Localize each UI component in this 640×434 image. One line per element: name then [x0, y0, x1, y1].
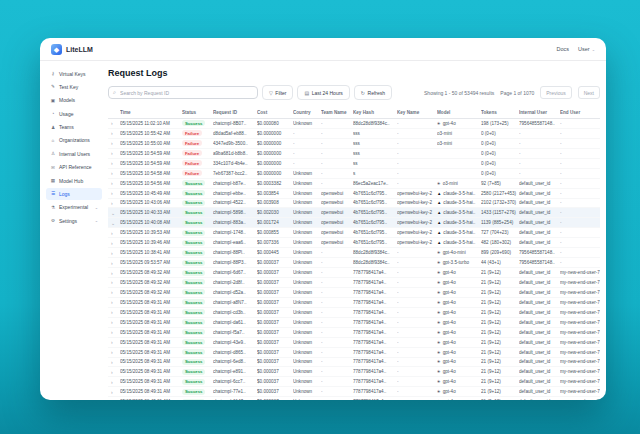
table-row[interactable]: ›05/15/2025 10:54:59 AMFailurea9ba681d-b… [108, 149, 600, 159]
next-page-button[interactable]: Next [578, 86, 600, 99]
table-row[interactable]: ›05/15/2025 10:43:06 AMSuccesschatcmpl-4… [108, 199, 600, 209]
table-row[interactable]: ⌄05/15/2025 10:40:08 AMSuccesschatcmpl-8… [108, 218, 600, 228]
status-cell: Failure [182, 160, 213, 166]
status-badge: Success [182, 200, 205, 206]
sidebar-item-label: API Reference [59, 164, 92, 170]
sidebar-item-test-key[interactable]: ✎Test Key [46, 81, 102, 92]
sidebar-item-logs[interactable]: ☰Logs [46, 188, 102, 199]
country-cell: Unknown [293, 260, 321, 265]
table-row[interactable]: ›05/15/2025 08:49:31 AMSuccesschatcmpl-a… [108, 298, 600, 308]
chevron-right-icon[interactable]: › [108, 250, 120, 256]
chevron-right-icon[interactable]: › [108, 200, 120, 206]
chevron-right-icon[interactable]: › [108, 270, 120, 276]
request-id-cell: chatcmpl-cd3b.. [213, 310, 257, 315]
user-menu[interactable]: User ⌄ [578, 46, 595, 52]
table-row[interactable]: ›05/15/2025 09:53:57 AMSuccesschatcmpl-8… [108, 258, 600, 268]
sidebar-item-virtual-keys[interactable]: ⚷Virtual Keys [46, 68, 102, 79]
table-row[interactable]: ⌄05/15/2025 10:40:33 AMSuccesschatcmpl-5… [108, 208, 600, 218]
sidebar-item-model-hub[interactable]: ▦Model Hub [46, 175, 102, 186]
chevron-right-icon[interactable]: › [108, 289, 120, 295]
refresh-button[interactable]: ↻ Refresh [354, 85, 392, 100]
brand[interactable]: ◆ LiteLLM [51, 44, 93, 55]
chevron-right-icon[interactable]: › [108, 230, 120, 236]
team-name-cell: openwebui [321, 230, 353, 235]
sidebar-item-models[interactable]: ▣Models [46, 95, 102, 106]
cost-cell: $0.0003382 [257, 181, 293, 186]
docs-link[interactable]: Docs [556, 46, 569, 52]
cost-cell: $0.000037 [257, 330, 293, 335]
table-row[interactable]: ›05/15/2025 08:49:31 AMSuccesschatcmpl-c… [108, 308, 600, 318]
sidebar-item-api-reference[interactable]: ✉API Reference [46, 162, 102, 173]
table-row[interactable]: ›05/15/2025 08:49:31 AMSuccesschatcmpl-7… [108, 387, 600, 397]
table-row[interactable]: ›05/15/2025 10:45:49 AMSuccesschatcmpl-e… [108, 189, 600, 199]
table-row[interactable]: ›05/15/2025 08:49:32 AMSuccesschatcmpl-2… [108, 278, 600, 288]
search-input[interactable] [118, 89, 253, 97]
table-row[interactable]: ›05/15/2025 08:49:31 AMSuccesschatcmpl-6… [108, 397, 600, 400]
sidebar-item-experimental[interactable]: ⚗Experimental⌄ [46, 202, 102, 213]
table-row[interactable]: ›05/15/2025 08:49:31 AMSuccesschatcmpl-f… [108, 328, 600, 338]
table-row[interactable]: ›05/15/2025 10:39:46 AMSuccesschatcmpl-e… [108, 238, 600, 248]
chevron-right-icon[interactable]: › [108, 140, 120, 146]
internal-user-cell: default_user_id [519, 350, 560, 355]
request-id-cell: chatcmpl-d52a.. [213, 290, 257, 295]
sidebar-item-usage[interactable]: ◔Usage [46, 108, 102, 119]
usage-chart-icon: ◔ [50, 111, 56, 116]
table-row[interactable]: ›05/15/2025 10:54:59 AMFailure334c107d-4… [108, 159, 600, 169]
chevron-right-icon[interactable]: › [108, 130, 120, 136]
table-row[interactable]: ›05/15/2025 08:49:31 AMSuccesschatcmpl-d… [108, 348, 600, 358]
chevron-right-icon[interactable]: › [108, 150, 120, 156]
time-range-button[interactable]: ▤ Last 24 Hours [297, 85, 349, 100]
table-row[interactable]: ›05/15/2025 10:54:58 AMFailure7eb67387-b… [108, 169, 600, 179]
sidebar-item-settings[interactable]: ⚙Settings⌄ [46, 215, 102, 226]
chevron-right-icon[interactable]: › [108, 329, 120, 335]
key-hash-cell: sss [353, 141, 397, 146]
status-badge: Success [182, 289, 205, 295]
previous-page-button[interactable]: Previous [540, 86, 571, 99]
chevron-right-icon[interactable]: › [108, 240, 120, 246]
chevron-right-icon[interactable]: › [108, 339, 120, 345]
chevron-right-icon[interactable]: › [108, 190, 120, 196]
chevron-right-icon[interactable]: › [108, 359, 120, 365]
openai-logo-icon: ✳ [437, 359, 441, 364]
table-row[interactable]: ›05/15/2025 10:39:53 AMSuccesschatcmpl-1… [108, 228, 600, 238]
sidebar-item-organizations[interactable]: ⌂Organizations [46, 135, 102, 146]
filter-button[interactable]: ▽ Filter [262, 85, 293, 100]
table-row[interactable]: ›05/15/2025 10:55:00 AMFailure4347ed9b-3… [108, 139, 600, 149]
internal-user-cell: - [519, 141, 560, 146]
chevron-right-icon[interactable]: › [108, 299, 120, 305]
chevron-right-icon[interactable]: › [108, 160, 120, 166]
end-user-cell: my-new-end-user-7 [560, 310, 600, 315]
table-row[interactable]: ›05/15/2025 08:49:31 AMSuccesschatcmpl-6… [108, 377, 600, 387]
table-row[interactable]: ›05/15/2025 08:49:31 AMSuccesschatcmpl-4… [108, 338, 600, 348]
table-row[interactable]: ›05/15/2025 08:49:32 AMSuccesschatcmpl-6… [108, 268, 600, 278]
table-row[interactable]: ›05/15/2025 08:49:31 AMSuccesschatcmpl-e… [108, 367, 600, 377]
chevron-right-icon[interactable]: › [108, 369, 120, 375]
key-name-cell: - [397, 399, 437, 400]
chevron-right-icon[interactable]: › [108, 279, 120, 285]
chevron-right-icon[interactable]: › [108, 389, 120, 395]
sidebar-item-teams[interactable]: ♟Teams [46, 122, 102, 133]
table-row[interactable]: ›05/15/2025 08:49:31 AMSuccesschatcmpl-d… [108, 318, 600, 328]
chevron-right-icon[interactable]: › [108, 379, 120, 385]
table-row[interactable]: ›05/15/2025 08:49:32 AMSuccesschatcmpl-d… [108, 288, 600, 298]
chevron-right-icon[interactable]: › [108, 120, 120, 126]
chevron-right-icon[interactable]: › [108, 319, 120, 325]
table-row[interactable]: ›05/15/2025 11:02:10 AMSuccesschatcmpl-8… [108, 119, 600, 129]
chevron-down-icon[interactable]: ⌄ [108, 210, 120, 216]
chevron-right-icon[interactable]: › [108, 399, 120, 400]
model-name: gpt-3.5-turbo [443, 260, 469, 265]
sidebar-item-internal-users[interactable]: ♙Internal Users [46, 148, 102, 159]
country-cell: Unknown [293, 330, 321, 335]
country-cell: Unknown [293, 121, 321, 126]
table-row[interactable]: ›05/15/2025 08:49:31 AMSuccesschatcmpl-6… [108, 358, 600, 368]
chevron-right-icon[interactable]: › [108, 349, 120, 355]
chevron-right-icon[interactable]: › [108, 180, 120, 186]
search-box[interactable]: ⌕ [108, 86, 258, 99]
table-row[interactable]: ›05/15/2025 10:54:56 AMSuccesschatcmpl-b… [108, 179, 600, 189]
chevron-right-icon[interactable]: › [108, 170, 120, 176]
chevron-down-icon[interactable]: ⌄ [108, 220, 120, 226]
table-row[interactable]: ›05/15/2025 10:55:42 AMFailured8dad5af-e… [108, 129, 600, 139]
chevron-right-icon[interactable]: › [108, 260, 120, 266]
chevron-right-icon[interactable]: › [108, 309, 120, 315]
table-row[interactable]: ›05/15/2025 10:38:41 AMSuccesschatcmpl-8… [108, 248, 600, 258]
